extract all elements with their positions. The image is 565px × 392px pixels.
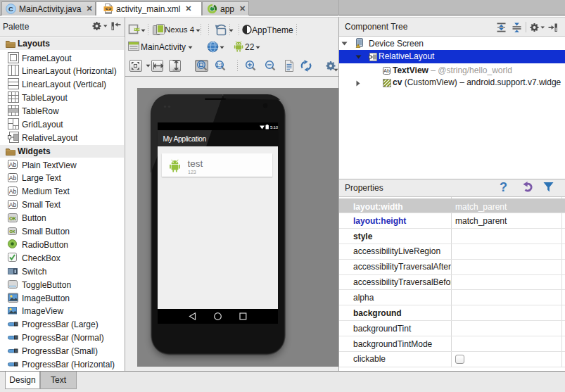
- svg-text:Ab: Ab: [9, 161, 17, 168]
- svg-text:Ab: Ab: [383, 68, 390, 73]
- svg-text:OK: OK: [9, 229, 15, 234]
- svg-text:Ab: Ab: [9, 175, 17, 182]
- svg-text:Ab: Ab: [9, 188, 17, 195]
- svg-text:1:1: 1:1: [216, 63, 223, 68]
- svg-text:5:10: 5:10: [270, 125, 278, 129]
- svg-text:Ab: Ab: [9, 201, 17, 208]
- svg-text:C: C: [8, 5, 13, 13]
- svg-text:OK: OK: [9, 215, 16, 220]
- svg-text:<>: <>: [106, 6, 112, 12]
